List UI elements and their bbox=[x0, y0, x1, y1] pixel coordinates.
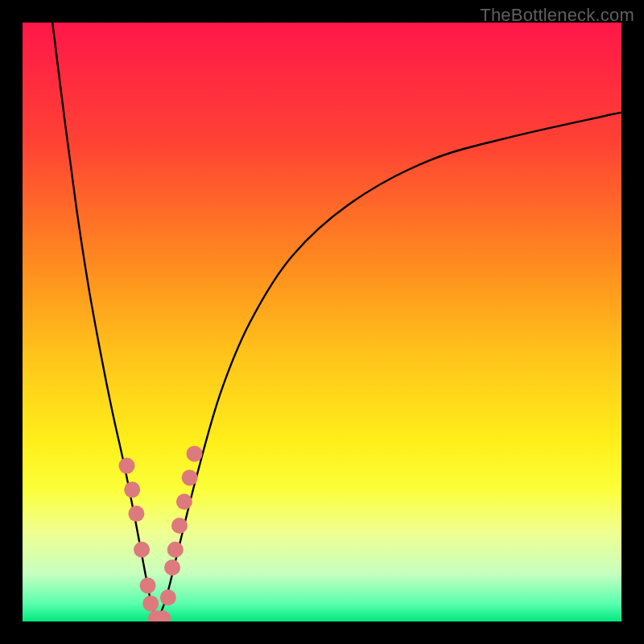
data-point bbox=[187, 446, 203, 462]
scatter-points bbox=[118, 446, 202, 621]
data-point bbox=[124, 481, 140, 497]
data-point bbox=[134, 542, 150, 558]
plot-area bbox=[23, 23, 621, 621]
curve-right bbox=[157, 113, 621, 621]
curve-left bbox=[52, 23, 157, 621]
data-point bbox=[164, 559, 180, 576]
outer-frame: TheBottleneck.com bbox=[0, 0, 644, 644]
curve-layer bbox=[23, 23, 621, 621]
data-point bbox=[167, 542, 184, 558]
data-point bbox=[128, 506, 144, 522]
data-point bbox=[142, 596, 159, 612]
data-point bbox=[118, 458, 134, 474]
data-point bbox=[182, 469, 198, 485]
data-point bbox=[140, 577, 156, 593]
watermark-text: TheBottleneck.com bbox=[480, 5, 634, 26]
data-point bbox=[171, 518, 188, 534]
data-point bbox=[160, 589, 176, 605]
data-point bbox=[176, 493, 192, 510]
